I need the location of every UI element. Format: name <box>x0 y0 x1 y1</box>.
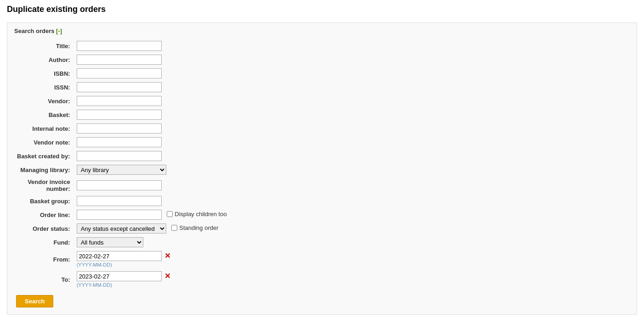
from-date-clear[interactable]: ✕ <box>164 252 170 260</box>
fund-label: Fund: <box>14 235 74 249</box>
vendor-label: Vendor: <box>14 94 74 108</box>
isbn-label: ISBN: <box>14 67 74 80</box>
vendor-note-label: Vendor note: <box>14 135 74 149</box>
basket-group-input[interactable] <box>77 196 162 206</box>
basket-group-row: Basket group: <box>14 194 230 208</box>
vendor-note-field <box>74 135 230 149</box>
title-row: Title: <box>14 39 230 53</box>
issn-input[interactable] <box>77 82 162 92</box>
order-line-label: Order line: <box>14 208 74 222</box>
author-label: Author: <box>14 53 74 67</box>
to-date-clear[interactable]: ✕ <box>164 273 170 280</box>
search-button[interactable]: Search <box>16 295 53 307</box>
basket-group-label: Basket group: <box>14 194 74 208</box>
to-date-input[interactable] <box>77 271 162 281</box>
search-form: Title: Author: ISBN: <box>14 39 230 290</box>
standing-order-checkbox[interactable] <box>171 225 177 231</box>
from-field: ✕ (YYYY-MM-DD) <box>74 249 230 269</box>
order-line-input[interactable] <box>77 210 162 220</box>
vendor-row: Vendor: <box>14 94 230 108</box>
vendor-invoice-row: Vendor invoicenumber: <box>14 177 230 194</box>
issn-row: ISSN: <box>14 80 230 94</box>
title-label: Title: <box>14 39 74 53</box>
internal-note-label: Internal note: <box>14 122 74 135</box>
to-field: ✕ (YYYY-MM-DD) <box>74 269 230 290</box>
order-status-select[interactable]: Any status except cancelled Any status N… <box>77 223 166 234</box>
section-header: Search orders [-] <box>14 28 630 34</box>
vendor-field <box>74 94 230 108</box>
to-date-wrapper: ✕ <box>77 271 170 281</box>
fund-field: All funds <box>74 235 230 249</box>
to-label: To: <box>14 269 74 290</box>
to-date-hint: (YYYY-MM-DD) <box>77 282 227 288</box>
display-children-checkbox[interactable] <box>167 211 173 217</box>
search-orders-section: Search orders [-] Title: Author: <box>7 22 637 315</box>
vendor-invoice-label: Vendor invoicenumber: <box>14 177 74 194</box>
managing-library-label: Managing library: <box>14 163 74 177</box>
managing-library-select[interactable]: Any library <box>77 165 166 175</box>
standing-order-text: Standing order <box>179 224 218 231</box>
order-line-row: Order line: Display children too <box>14 208 230 222</box>
managing-library-field: Any library <box>74 163 230 177</box>
author-field <box>74 53 230 67</box>
order-status-field: Any status except cancelled Any status N… <box>74 222 230 235</box>
from-date-hint: (YYYY-MM-DD) <box>77 262 227 268</box>
to-row: To: ✕ (YYYY-MM-DD) <box>14 269 230 290</box>
order-status-label: Order status: <box>14 222 74 235</box>
basket-field <box>74 108 230 122</box>
vendor-note-input[interactable] <box>77 137 162 147</box>
title-input[interactable] <box>77 41 162 51</box>
internal-note-row: Internal note: <box>14 122 230 135</box>
from-date-wrapper: ✕ <box>77 251 170 261</box>
issn-field <box>74 80 230 94</box>
fund-row: Fund: All funds <box>14 235 230 249</box>
from-date-input[interactable] <box>77 251 162 261</box>
section-header-text: Search orders <box>14 28 54 34</box>
author-row: Author: <box>14 53 230 67</box>
isbn-input[interactable] <box>77 68 162 78</box>
basket-row: Basket: <box>14 108 230 122</box>
order-line-field: Display children too <box>74 208 230 222</box>
isbn-field <box>74 67 230 80</box>
title-field <box>74 39 230 53</box>
vendor-invoice-field <box>74 177 230 194</box>
vendor-input[interactable] <box>77 96 162 106</box>
issn-label: ISSN: <box>14 80 74 94</box>
collapse-link[interactable]: [-] <box>56 28 62 34</box>
display-children-text: Display children too <box>175 211 226 217</box>
from-label: From: <box>14 249 74 269</box>
basket-created-by-row: Basket created by: <box>14 149 230 163</box>
order-status-row: Order status: Any status except cancelle… <box>14 222 230 235</box>
from-row: From: ✕ (YYYY-MM-DD) <box>14 249 230 269</box>
basket-created-by-label: Basket created by: <box>14 149 74 163</box>
basket-group-field <box>74 194 230 208</box>
author-input[interactable] <box>77 55 162 65</box>
standing-order-label: Standing order <box>171 224 218 231</box>
basket-created-by-field <box>74 149 230 163</box>
basket-label: Basket: <box>14 108 74 122</box>
vendor-invoice-input[interactable] <box>77 180 162 190</box>
internal-note-input[interactable] <box>77 123 162 134</box>
page-title: Duplicate existing orders <box>7 5 637 17</box>
display-children-label: Display children too <box>167 211 226 217</box>
basket-created-by-input[interactable] <box>77 151 162 161</box>
managing-library-row: Managing library: Any library <box>14 163 230 177</box>
fund-select[interactable]: All funds <box>77 237 143 247</box>
isbn-row: ISBN: <box>14 67 230 80</box>
vendor-note-row: Vendor note: <box>14 135 230 149</box>
basket-input[interactable] <box>77 110 162 120</box>
internal-note-field <box>74 122 230 135</box>
